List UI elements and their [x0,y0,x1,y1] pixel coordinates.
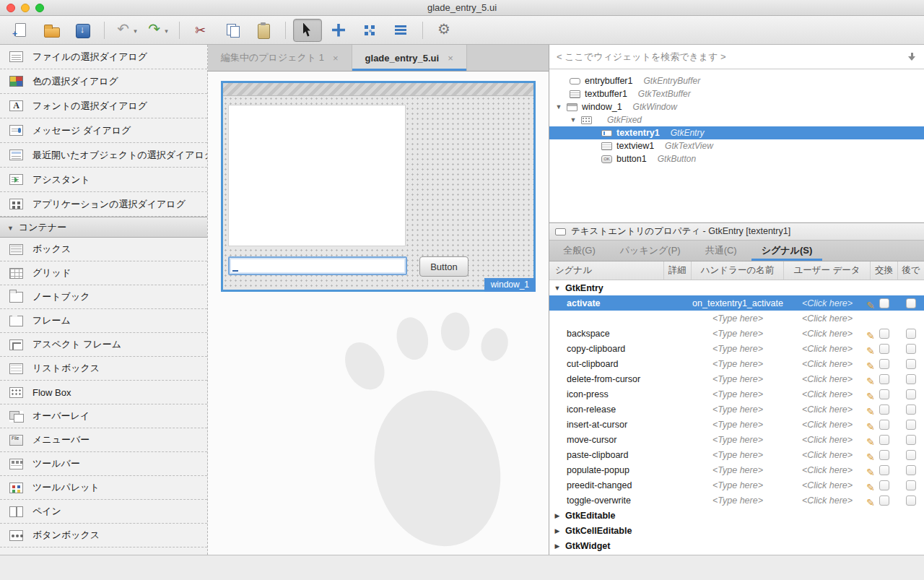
signal-userdata-text[interactable]: <Click here> [802,435,853,445]
tree-expander-icon[interactable]: ▼ [570,116,577,124]
signal-after-cell[interactable] [898,480,924,490]
section-expander-icon[interactable] [7,222,14,233]
signal-userdata-cell[interactable]: <Click here> [784,435,871,445]
column-header-detail[interactable]: 詳細 [664,261,692,280]
edit-handler-icon[interactable] [865,330,876,342]
signal-userdata-text[interactable]: <Click here> [802,389,853,399]
copy-button[interactable] [218,19,247,42]
palette-item[interactable]: ツールパレット [0,476,207,500]
properties-tab[interactable]: 全般(G) [551,241,608,261]
signal-handler-cell[interactable]: <Type here> [692,450,784,460]
signal-after-cell[interactable] [898,404,924,415]
signal-userdata-cell[interactable]: <Click here> [784,313,871,324]
after-checkbox[interactable] [906,404,916,415]
signal-after-cell[interactable] [898,298,924,308]
signal-row[interactable]: icon-press <Type here> <Click here> [549,386,924,402]
tree-row[interactable]: button1 GtkButton [549,152,924,165]
column-header-after[interactable]: 後で [898,261,924,280]
signal-row[interactable]: populate-popup <Type here> <Click here> [549,462,924,477]
signal-handler-cell[interactable]: <Type here> [692,465,784,475]
edit-handler-icon[interactable] [865,482,876,493]
swap-checkbox[interactable] [879,480,889,490]
signal-userdata-cell[interactable]: <Click here> [784,359,871,369]
button-widget[interactable]: Button [419,256,468,277]
tab-close-button[interactable]: × [333,53,339,64]
new-project-button[interactable] [6,19,35,42]
swap-checkbox[interactable] [879,420,889,430]
palette-item[interactable]: アシスタント [0,168,207,192]
signal-handler-cell[interactable]: <Type here> [692,495,784,506]
project-tab[interactable]: glade_entry_5.ui × [352,45,467,71]
widget-gear-button[interactable] [430,19,459,42]
minimize-window-button[interactable] [21,4,30,12]
edit-alignment-button[interactable] [386,19,415,42]
signal-userdata-cell[interactable]: <Click here> [784,404,871,415]
column-header-handler[interactable]: ハンドラーの名前 [692,261,784,280]
palette-item[interactable]: メッセージ ダイアログ [0,118,207,143]
edit-handler-icon[interactable] [865,421,876,433]
swap-checkbox[interactable] [879,374,889,384]
signal-userdata-cell[interactable]: <Click here> [784,480,871,490]
signal-userdata-cell[interactable]: <Click here> [784,420,871,430]
signal-row[interactable]: cut-clipboard <Type here> <Click here> [549,356,924,371]
signal-after-cell[interactable] [898,495,924,506]
after-checkbox[interactable] [906,329,916,339]
signal-row[interactable]: move-cursor <Type here> <Click here> [549,432,924,447]
dropdown-caret-icon[interactable] [134,25,137,35]
palette-item[interactable]: ボックス [0,238,207,261]
palette-item[interactable]: アプリケーションの選択ダイアログ [0,192,207,217]
signal-userdata-cell[interactable]: <Click here> [784,389,871,399]
palette-item[interactable]: フォントの選択ダイアログ [0,94,207,118]
swap-checkbox[interactable] [879,344,889,354]
palette-item[interactable]: 色の選択ダイアログ [0,69,207,94]
palette-item[interactable]: オーバーレイ [0,404,207,428]
signal-userdata-text[interactable]: <Click here> [802,480,853,490]
signal-after-cell[interactable] [898,420,924,430]
swap-checkbox[interactable] [879,404,889,415]
swap-checkbox[interactable] [879,495,889,506]
after-checkbox[interactable] [906,359,916,369]
signal-row[interactable]: backspace <Type here> <Click here> [549,326,924,341]
save-project-button[interactable] [68,19,97,42]
open-project-button[interactable] [37,19,66,42]
paste-button[interactable] [249,19,278,42]
search-dropdown-icon[interactable] [907,52,917,62]
palette-item[interactable]: グリッド [0,261,207,285]
signal-userdata-text[interactable]: <Click here> [802,420,853,430]
signal-row[interactable]: delete-from-cursor <Type here> <Click he… [549,371,924,386]
signal-userdata-cell[interactable]: <Click here> [784,329,871,339]
signal-userdata-text[interactable]: <Click here> [802,359,853,369]
undo-button[interactable] [112,19,141,42]
palette-item[interactable]: ボタンボックス [0,524,207,547]
section-expander-icon[interactable]: ▶ [554,512,561,519]
swap-checkbox[interactable] [879,435,889,445]
design-window-window_1[interactable]: Button window_1 [221,81,536,292]
signal-handler-cell[interactable]: <Type here> [692,344,784,354]
edit-handler-icon[interactable] [865,300,876,311]
after-checkbox[interactable] [906,374,916,384]
design-canvas[interactable]: Button window_1 [208,72,549,555]
tree-row[interactable]: ▼ GtkFixed [549,113,924,126]
project-tab[interactable]: 編集中のプロジェクト 1 × [208,45,352,71]
gtkfixed-area[interactable]: Button [223,96,533,290]
signal-userdata-text[interactable]: <Click here> [802,450,853,460]
signal-after-cell[interactable] [898,389,924,399]
design-window-titlebar[interactable] [223,83,533,96]
signal-after-cell[interactable] [898,435,924,445]
edit-handler-icon[interactable] [865,376,876,387]
signal-row[interactable]: toggle-overwrite <Type here> <Click here… [549,493,924,508]
signal-class-row[interactable]: ▼ GtkEntry [549,280,924,295]
signal-userdata-text[interactable]: <Click here> [802,329,853,339]
signal-userdata-cell[interactable]: <Click here> [784,374,871,384]
signal-row[interactable]: icon-release <Type here> <Click here> [549,402,924,417]
after-checkbox[interactable] [906,420,916,430]
properties-tab[interactable]: シグナル(S) [749,241,825,261]
palette-item[interactable]: ファイルの選択ダイアログ [0,45,207,69]
signal-userdata-text[interactable]: <Click here> [802,404,853,415]
signal-handler-cell[interactable]: <Type here> [692,480,784,490]
after-checkbox[interactable] [906,344,916,354]
signal-userdata-text[interactable]: <Click here> [802,298,853,308]
signal-userdata-cell[interactable]: <Click here> [784,465,871,475]
signal-userdata-text[interactable]: <Click here> [802,465,853,475]
section-expander-icon[interactable]: ▶ [554,527,561,534]
